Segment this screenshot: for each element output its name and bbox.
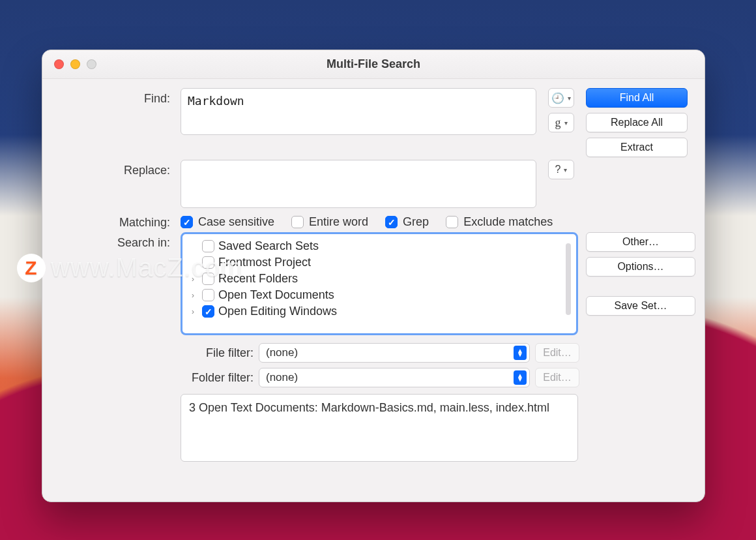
list-item-label: Frontmost Project [218,256,311,269]
stepper-arrows-icon: ▲▼ [514,346,527,360]
minimize-button[interactable] [70,59,80,69]
close-button[interactable] [54,59,64,69]
folder-filter-value: (none) [266,371,298,384]
checkbox-icon [202,240,214,252]
find-all-button[interactable]: Find All [586,88,688,108]
list-item[interactable]: Saved Search Sets [189,238,574,254]
find-label: Find: [57,88,174,106]
help-menu[interactable]: ?▾ [548,160,574,179]
window-title: Multi-File Search [327,57,420,71]
list-item-label: Open Text Documents [218,288,334,302]
entire-word-checkbox[interactable]: Entire word [291,215,368,229]
list-item[interactable]: › Open Text Documents [189,287,574,303]
checkbox-icon [202,273,214,285]
folder-filter-edit-button[interactable]: Edit… [535,368,579,387]
history-menu[interactable]: 🕘▾ [548,88,574,108]
chevron-down-icon: ▾ [564,119,568,127]
exclude-label: Exclude matches [463,215,553,229]
file-filter-select[interactable]: (none) ▲▼ [259,343,530,363]
find-input[interactable] [181,88,536,135]
question-icon: ? [555,164,561,175]
scrollbar[interactable] [566,243,571,315]
list-item-label: Open Editing Windows [218,305,337,318]
titlebar: Multi-File Search [42,50,705,79]
checkbox-icon [202,305,214,318]
zoom-button[interactable] [87,59,96,69]
chevron-right-icon[interactable]: › [192,291,201,300]
search-window: Multi-File Search Find: 🕘▾ g▾ Find All R… [42,50,705,502]
grep-pattern-menu[interactable]: g▾ [548,113,574,132]
replace-all-button[interactable]: Replace All [586,113,688,132]
filters: File filter: (none) ▲▼ Edit… Folder filt… [181,343,579,387]
folder-filter-select[interactable]: (none) ▲▼ [259,368,530,387]
clock-icon: 🕘 [551,92,564,104]
file-filter-label: File filter: [181,346,259,360]
chevron-right-icon[interactable]: › [192,307,201,316]
checkbox-icon [202,289,214,301]
window-content: Find: 🕘▾ g▾ Find All Replace All Extract… [42,79,705,502]
entire-word-label: Entire word [309,215,368,229]
chevron-down-icon: ▾ [568,95,571,102]
file-filter-edit-button[interactable]: Edit… [535,343,579,363]
stepper-arrows-icon: ▲▼ [514,370,527,385]
file-filter-value: (none) [266,346,298,359]
checkbox-icon [446,216,458,228]
grep-label: Grep [403,215,429,229]
search-summary: 3 Open Text Documents: Markdown-Basics.m… [181,394,578,462]
list-item[interactable]: Frontmost Project [189,254,574,271]
traffic-lights [54,59,96,69]
list-item-label: Saved Search Sets [218,239,319,253]
exclude-matches-checkbox[interactable]: Exclude matches [446,215,553,229]
chevron-down-icon: ▾ [564,166,567,173]
checkbox-icon [202,256,214,269]
save-set-button[interactable]: Save Set… [586,296,695,316]
replace-label: Replace: [57,157,174,177]
g-glyph-icon: g [555,116,561,130]
search-in-label: Search in: [57,230,174,250]
list-item-label: Recent Folders [218,272,298,286]
checkbox-icon [385,216,398,228]
options-button[interactable]: Options… [586,257,695,277]
case-sensitive-label: Case sensitive [198,215,274,229]
checkbox-icon [291,216,304,228]
matching-label: Matching: [57,212,174,230]
list-item[interactable]: › Open Editing Windows [189,303,574,320]
extract-button[interactable]: Extract [586,138,688,157]
case-sensitive-checkbox[interactable]: Case sensitive [181,215,274,229]
other-button[interactable]: Other… [586,232,695,252]
replace-input[interactable] [181,160,536,208]
search-in-list[interactable]: Saved Search Sets Frontmost Project › Re… [181,232,578,335]
chevron-right-icon[interactable]: › [192,275,201,284]
grep-checkbox[interactable]: Grep [385,215,429,229]
checkbox-icon [181,216,193,228]
list-item[interactable]: › Recent Folders [189,271,574,287]
folder-filter-label: Folder filter: [181,371,259,385]
